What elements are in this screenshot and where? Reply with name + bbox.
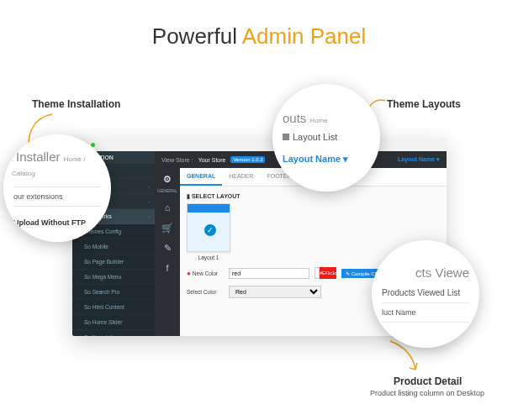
select-layout-label: SELECT LAYOUT	[192, 193, 240, 199]
callout-detail-sub: Product listing column on Desktop	[370, 389, 484, 397]
cart-icon[interactable]: 🛒	[161, 222, 173, 234]
nav-so-html-content[interactable]: So Html Content	[72, 300, 155, 315]
new-color-label: ●New Color	[187, 270, 224, 277]
nav-so-page-builder[interactable]: So Page Builder	[72, 255, 155, 270]
callout-layouts: Theme Layouts	[387, 98, 461, 110]
hero-accent: Admin Panel	[242, 24, 366, 49]
lens-install-footer: Upload Without FTP	[13, 218, 101, 227]
chevron-right-icon: ›	[148, 199, 150, 204]
select-color-label: Select Color	[187, 289, 224, 295]
callout-install: Theme Installation	[32, 98, 120, 110]
layout-thumb-wrap[interactable]: ✓ Layout 1	[187, 203, 230, 260]
store-name[interactable]: Your Store	[198, 157, 226, 163]
home-icon[interactable]: ⌂	[161, 202, 173, 213]
lens-detail-list: Products Viewed List	[382, 288, 469, 297]
new-color-input[interactable]	[229, 268, 309, 279]
tab-general[interactable]: GENERAL	[180, 168, 222, 186]
window-titlebar	[72, 138, 447, 151]
layout-caption: Layout 1	[187, 255, 230, 260]
lens-layouts-crumb: Home	[309, 117, 327, 124]
gear-icon[interactable]: ⚙	[161, 173, 173, 185]
lens-detail: cts Viewe Products Viewed List luct Name	[372, 240, 479, 348]
nav-so-search-pro[interactable]: So Search Pro	[72, 285, 155, 300]
icon-column: ⚙ GENERAL ⌂ 🛒 ✎ f	[155, 168, 180, 336]
hero-title: Powerful Admin Panel	[0, 0, 518, 56]
view-store-label: View Store :	[161, 157, 193, 163]
layout-dropdown[interactable]: Layout Name ▾	[398, 156, 440, 163]
bar-icon: ▮	[187, 193, 190, 199]
lens-install-row: our extensions	[13, 186, 101, 207]
lens-layouts-link[interactable]: Layout Name ▾	[283, 154, 370, 165]
version-badge: Version 1.0.2	[230, 156, 265, 163]
lens-layouts: outsHome Layout List Layout Name ▾	[272, 84, 380, 192]
lens-install-title: . Installer Home / Catalog	[12, 150, 101, 178]
lens-layouts-title: outs	[283, 111, 306, 125]
list-icon	[283, 134, 289, 140]
select-color-dropdown[interactable]: Red	[229, 286, 321, 298]
chevron-right-icon: ›	[148, 214, 150, 219]
layout-thumbnail[interactable]: ✓	[187, 203, 230, 252]
social-icon[interactable]: f	[161, 262, 173, 274]
chevron-right-icon: ›	[148, 184, 150, 189]
lens-detail-row: luct Name	[382, 302, 469, 323]
lens-detail-title: cts Viewe	[382, 265, 469, 280]
style-icon[interactable]: ✎	[161, 242, 173, 254]
nav-so-newsletter[interactable]: So Newsletter	[72, 330, 155, 336]
tab-header[interactable]: HEADER	[222, 168, 260, 186]
nav-so-mobile[interactable]: So Mobile	[72, 239, 155, 255]
hero-prefix: Powerful	[152, 24, 242, 49]
lens-installer: . Installer Home / Catalog our extension…	[3, 134, 111, 242]
lens-layouts-list: Layout List	[283, 132, 370, 142]
nav-so-mega-menu[interactable]: So Mega Menu	[72, 270, 155, 285]
nav-so-home-slider[interactable]: So Home Slider	[72, 315, 155, 330]
general-label: GENERAL	[157, 188, 177, 193]
check-icon: ✓	[204, 224, 216, 236]
color-swatch[interactable]: #EF1c1c	[314, 267, 336, 279]
